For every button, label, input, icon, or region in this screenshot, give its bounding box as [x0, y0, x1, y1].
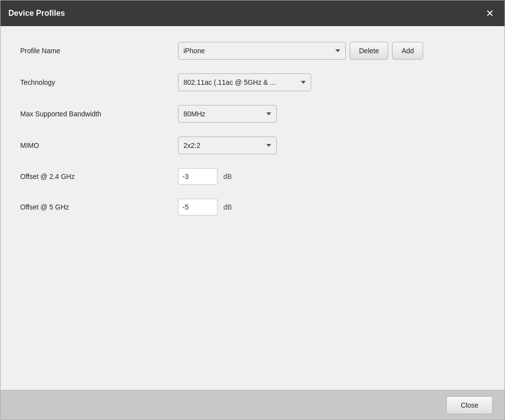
offset-24ghz-unit: dB [223, 173, 232, 180]
offset-24ghz-input[interactable] [178, 168, 217, 185]
dialog-body: Profile Name iPhone Android Laptop Custo… [0, 26, 505, 390]
dialog-title: Device Profiles [8, 9, 65, 18]
close-dialog-button[interactable]: Close [446, 396, 493, 414]
titlebar: Device Profiles ✕ [0, 0, 505, 26]
offset-5ghz-row: Offset @ 5 GHz dB [20, 199, 485, 215]
offset-5ghz-controls: dB [178, 199, 232, 215]
max-bandwidth-controls: 20MHz 40MHz 80MHz 160MHz [178, 105, 277, 123]
profile-name-row: Profile Name iPhone Android Laptop Custo… [20, 42, 485, 60]
profile-name-controls: iPhone Android Laptop Custom Delete Add [178, 42, 423, 60]
technology-label: Technology [20, 78, 178, 86]
close-icon-button[interactable]: ✕ [483, 6, 497, 20]
dialog-footer: Close [0, 390, 505, 420]
max-bandwidth-row: Max Supported Bandwidth 20MHz 40MHz 80MH… [20, 105, 485, 123]
delete-button[interactable]: Delete [350, 42, 388, 60]
offset-24ghz-controls: dB [178, 168, 232, 185]
profile-name-select[interactable]: iPhone Android Laptop Custom [178, 42, 346, 60]
technology-row: Technology 802.11ac (.11ac @ 5GHz & ... … [20, 73, 485, 91]
technology-select[interactable]: 802.11ac (.11ac @ 5GHz & ... 802.11n 802… [178, 73, 311, 91]
mimo-select[interactable]: 1x1:1 2x2:2 3x3:3 4x4:4 [178, 137, 277, 154]
offset-24ghz-row: Offset @ 2.4 GHz dB [20, 168, 485, 185]
profile-name-label: Profile Name [20, 47, 178, 55]
add-button[interactable]: Add [392, 42, 423, 60]
device-profiles-dialog: Device Profiles ✕ Profile Name iPhone An… [0, 0, 505, 420]
offset-24ghz-label: Offset @ 2.4 GHz [20, 173, 178, 180]
offset-5ghz-input[interactable] [178, 199, 217, 215]
mimo-controls: 1x1:1 2x2:2 3x3:3 4x4:4 [178, 137, 277, 154]
offset-5ghz-unit: dB [223, 203, 232, 211]
mimo-label: MIMO [20, 141, 178, 149]
max-bandwidth-select[interactable]: 20MHz 40MHz 80MHz 160MHz [178, 105, 277, 123]
technology-controls: 802.11ac (.11ac @ 5GHz & ... 802.11n 802… [178, 73, 311, 91]
offset-5ghz-label: Offset @ 5 GHz [20, 203, 178, 211]
max-bandwidth-label: Max Supported Bandwidth [20, 110, 178, 118]
mimo-row: MIMO 1x1:1 2x2:2 3x3:3 4x4:4 [20, 137, 485, 154]
